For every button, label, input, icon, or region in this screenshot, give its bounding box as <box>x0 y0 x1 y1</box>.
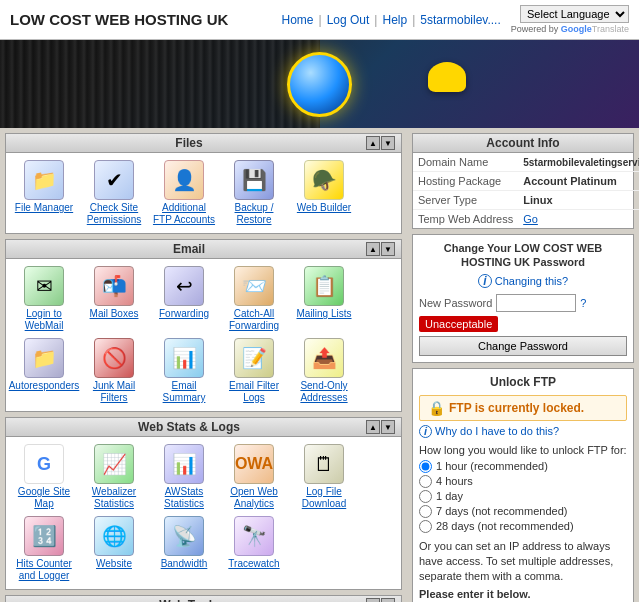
website-item[interactable]: 🌐 Website <box>80 514 148 584</box>
ftp-option-1d[interactable]: 1 day <box>419 490 627 503</box>
forwarding-item[interactable]: ↩ Forwarding <box>150 264 218 334</box>
bandwidth-item[interactable]: 📡 Bandwidth <box>150 514 218 584</box>
webalizer-item[interactable]: 📈 Webalizer Statistics <box>80 442 148 512</box>
files-up-arrow[interactable]: ▲ <box>366 136 380 150</box>
nav-help[interactable]: Help <box>382 13 407 27</box>
password-input[interactable] <box>496 294 576 312</box>
webstats-title: Web Stats & Logs <box>12 420 366 434</box>
nav-user[interactable]: 5starmobilev.... <box>420 13 500 27</box>
change-password-box: Change Your LOW COST WEB HOSTING UK Pass… <box>412 234 634 363</box>
webstats-up-arrow[interactable]: ▲ <box>366 420 380 434</box>
webstats-section: Web Stats & Logs ▲ ▼ G Google Site Map 📈… <box>5 417 402 590</box>
info-icon: i <box>478 274 492 288</box>
language-selector[interactable]: Select Language Powered by GoogleTransla… <box>511 5 629 34</box>
email-summary-label: Email Summary <box>152 380 216 404</box>
send-only-item[interactable]: 📤 Send-Only Addresses <box>290 336 358 406</box>
additional-ftp-item[interactable]: 👤 Additional FTP Accounts <box>150 158 218 228</box>
awstats-item[interactable]: 📊 AWStats Statistics <box>150 442 218 512</box>
file-manager-item[interactable]: 📁 File Manager <box>10 158 78 228</box>
email-grid: ✉ Login to WebMail 📬 Mail Boxes ↩ Forwar… <box>6 259 401 411</box>
webstats-down-arrow[interactable]: ▼ <box>381 420 395 434</box>
pw-new-label: New Password <box>419 297 492 309</box>
ftp-please-enter: Please enter it below. <box>419 588 627 600</box>
account-info-table: Domain Name 5starmobilevaletingservices.… <box>413 153 639 228</box>
nav-home[interactable]: Home <box>282 13 314 27</box>
email-filter-logs-label: Email Filter Logs <box>222 380 286 404</box>
webtools-up-arrow[interactable]: ▲ <box>366 598 380 602</box>
mailing-lists-label: Mailing Lists <box>296 308 351 320</box>
open-web-analytics-item[interactable]: OWA Open Web Analytics <box>220 442 288 512</box>
change-password-info[interactable]: i Changing this? <box>419 274 627 288</box>
webstats-grid: G Google Site Map 📈 Webalizer Statistics… <box>6 437 401 589</box>
ftp-why-link[interactable]: i Why do I have to do this? <box>419 425 627 438</box>
junk-filters-item[interactable]: 🚫 Junk Mail Filters <box>80 336 148 406</box>
account-row-package: Hosting Package Account Platinum <box>413 172 639 191</box>
awstats-label: AWStats Statistics <box>152 486 216 510</box>
backup-item[interactable]: 💾 Backup / Restore <box>220 158 288 228</box>
ftp-radio-7d[interactable] <box>419 505 432 518</box>
pw-error-row: Unacceptable <box>419 316 627 332</box>
account-info-box: Account Info Domain Name 5starmobilevale… <box>412 133 634 229</box>
file-manager-label: File Manager <box>15 202 73 214</box>
powered-by: Powered by GoogleTranslate <box>511 24 629 34</box>
nav-logout[interactable]: Log Out <box>327 13 370 27</box>
backup-label: Backup / Restore <box>222 202 286 226</box>
catchall-label: Catch-All Forwarding <box>222 308 286 332</box>
pw-new-row: New Password ? <box>419 294 627 312</box>
ftp-radio-1h[interactable] <box>419 460 432 473</box>
header: LOW COST WEB HOSTING UK Home | Log Out |… <box>0 0 639 40</box>
ftp-radio-group: 1 hour (recommended) 4 hours 1 day 7 day… <box>419 460 627 533</box>
website-label: Website <box>96 558 132 570</box>
autoresponders-item[interactable]: 📁 Autoresponders <box>10 336 78 406</box>
pw-question: ? <box>580 297 586 309</box>
site-title: LOW COST WEB HOSTING UK <box>10 11 228 28</box>
files-arrows[interactable]: ▲ ▼ <box>366 136 395 150</box>
webtools-down-arrow[interactable]: ▼ <box>381 598 395 602</box>
webtools-arrows[interactable]: ▲ ▼ <box>366 598 395 602</box>
change-password-title: Change Your LOW COST WEB HOSTING UK Pass… <box>419 241 627 270</box>
email-up-arrow[interactable]: ▲ <box>366 242 380 256</box>
webstats-arrows[interactable]: ▲ ▼ <box>366 420 395 434</box>
webtools-header: Web Tools ▲ ▼ <box>6 596 401 602</box>
change-password-button[interactable]: Change Password <box>419 336 627 356</box>
ftp-option-28d[interactable]: 28 days (not recommended) <box>419 520 627 533</box>
ftp-radio-28d[interactable] <box>419 520 432 533</box>
left-panel: Files ▲ ▼ 📁 File Manager ✔ Check Site Pe… <box>0 128 407 602</box>
mailing-lists-item[interactable]: 📋 Mailing Lists <box>290 264 358 334</box>
email-filter-logs-item[interactable]: 📝 Email Filter Logs <box>220 336 288 406</box>
ftp-option-4h[interactable]: 4 hours <box>419 475 627 488</box>
check-site-item[interactable]: ✔ Check Site Permissions <box>80 158 148 228</box>
ftp-radio-1d[interactable] <box>419 490 432 503</box>
temp-web-link[interactable]: Go <box>523 213 538 225</box>
webtools-section: Web Tools ▲ ▼ MySQL MySQL Databases 🔒 Pa… <box>5 595 402 602</box>
ftp-option-7d[interactable]: 7 days (not recommended) <box>419 505 627 518</box>
email-header: Email ▲ ▼ <box>6 240 401 259</box>
banner-helmet <box>428 62 466 92</box>
files-down-arrow[interactable]: ▼ <box>381 136 395 150</box>
language-dropdown[interactable]: Select Language <box>520 5 629 23</box>
mailboxes-item[interactable]: 📬 Mail Boxes <box>80 264 148 334</box>
webmail-item[interactable]: ✉ Login to WebMail <box>10 264 78 334</box>
email-arrows[interactable]: ▲ ▼ <box>366 242 395 256</box>
tracewatch-item[interactable]: 🔭 Tracewatch <box>220 514 288 584</box>
files-title: Files <box>12 136 366 150</box>
email-summary-item[interactable]: 📊 Email Summary <box>150 336 218 406</box>
additional-ftp-label: Additional FTP Accounts <box>152 202 216 226</box>
junk-filters-label: Junk Mail Filters <box>82 380 146 404</box>
catchall-item[interactable]: 📨 Catch-All Forwarding <box>220 264 288 334</box>
ftp-option-1h[interactable]: 1 hour (recommended) <box>419 460 627 473</box>
open-web-analytics-label: Open Web Analytics <box>222 486 286 510</box>
web-builder-item[interactable]: 🪖 Web Builder <box>290 158 358 228</box>
log-file-item[interactable]: 🗒 Log File Download <box>290 442 358 512</box>
lock-icon: 🔒 <box>428 400 445 416</box>
webalizer-label: Webalizer Statistics <box>82 486 146 510</box>
files-section: Files ▲ ▼ 📁 File Manager ✔ Check Site Pe… <box>5 133 402 234</box>
ftp-radio-4h[interactable] <box>419 475 432 488</box>
webtools-title: Web Tools <box>12 598 366 602</box>
webstats-header: Web Stats & Logs ▲ ▼ <box>6 418 401 437</box>
google-sitemap-item[interactable]: G Google Site Map <box>10 442 78 512</box>
email-down-arrow[interactable]: ▼ <box>381 242 395 256</box>
account-row-domain: Domain Name 5starmobilevaletingservices.… <box>413 153 639 172</box>
right-panel: Account Info Domain Name 5starmobilevale… <box>407 128 639 602</box>
hits-counter-item[interactable]: 🔢 Hits Counter and Logger <box>10 514 78 584</box>
